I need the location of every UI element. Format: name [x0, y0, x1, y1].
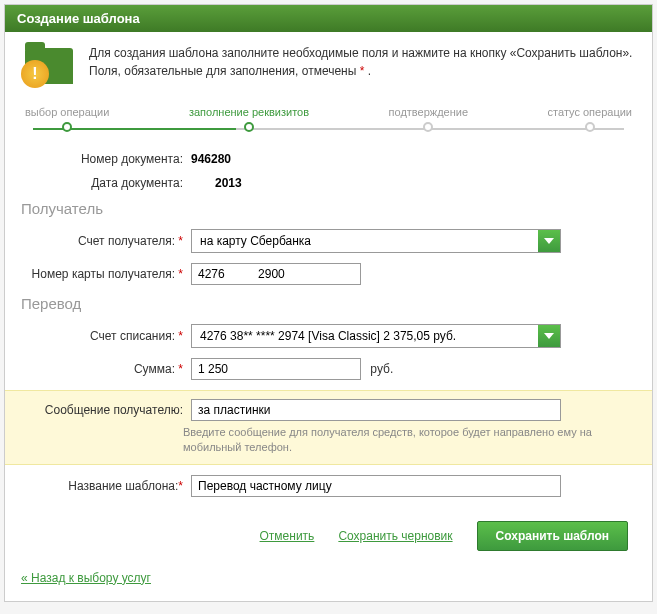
- template-folder-icon: !: [21, 44, 77, 88]
- save-draft-link[interactable]: Сохранить черновик: [338, 529, 452, 543]
- step-indicator: выбор операции заполнение реквизитов под…: [21, 106, 636, 132]
- docnum-label: Номер документа:: [21, 152, 191, 166]
- amount-label: Сумма: *: [21, 362, 191, 376]
- save-template-button[interactable]: Сохранить шаблон: [477, 521, 628, 551]
- recipient-account-label: Счет получателя: *: [21, 234, 191, 248]
- docdate-value: 2013: [191, 176, 636, 190]
- writeoff-account-select[interactable]: 4276 38** **** 2974 [Visa Classic] 2 375…: [191, 324, 561, 348]
- message-highlight: Сообщение получателю: Введите сообщение …: [5, 390, 652, 465]
- step-3: подтверждение: [389, 106, 468, 132]
- docdate-label: Дата документа:: [21, 176, 191, 190]
- recipient-card-label: Номер карты получателя: *: [21, 267, 191, 281]
- intro-line1: Для создания шаблона заполните необходим…: [89, 44, 632, 62]
- section-recipient: Получатель: [21, 200, 636, 217]
- writeoff-account-label: Счет списания: *: [21, 329, 191, 343]
- intro-line2: Поля, обязательные для заполнения, отмеч…: [89, 62, 632, 80]
- chevron-down-icon: [538, 230, 560, 252]
- intro-block: ! Для создания шаблона заполните необход…: [21, 44, 636, 88]
- chevron-down-icon: [538, 325, 560, 347]
- step-1: выбор операции: [25, 106, 109, 132]
- back-link[interactable]: « Назад к выбору услуг: [21, 571, 151, 585]
- step-2: заполнение реквизитов: [189, 106, 309, 132]
- window-title: Создание шаблона: [5, 5, 652, 32]
- currency-label: руб.: [370, 362, 393, 376]
- amount-input[interactable]: [191, 358, 361, 380]
- recipient-card-input[interactable]: [191, 263, 361, 285]
- step-4: статус операции: [548, 106, 632, 132]
- docnum-value: 946280: [191, 152, 636, 166]
- section-transfer: Перевод: [21, 295, 636, 312]
- cancel-link[interactable]: Отменить: [260, 529, 315, 543]
- action-bar: Отменить Сохранить черновик Сохранить ша…: [29, 521, 628, 551]
- template-name-input[interactable]: [191, 475, 561, 497]
- template-form-window: Создание шаблона ! Для создания шаблона …: [4, 4, 653, 602]
- template-name-label: Название шаблона:*: [21, 479, 191, 493]
- message-hint: Введите сообщение для получателя средств…: [183, 425, 652, 456]
- recipient-account-select[interactable]: на карту Сбербанка: [191, 229, 561, 253]
- message-label: Сообщение получателю:: [21, 403, 191, 417]
- message-input[interactable]: [191, 399, 561, 421]
